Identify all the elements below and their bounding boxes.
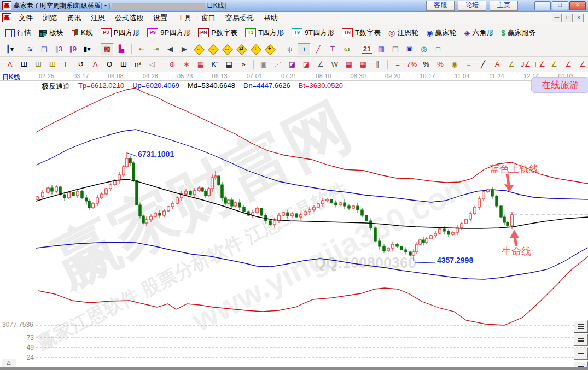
- menu-item-1[interactable]: 浏览: [38, 13, 62, 24]
- mdi-minimize-button[interactable]: —: [552, 14, 562, 22]
- theme-icon[interactable]: ▩: [101, 43, 114, 55]
- pane-layout-three-button[interactable]: [574, 320, 588, 332]
- time-circle-icon[interactable]: Θ: [103, 58, 116, 71]
- bars-3-icon[interactable]: ∥3: [52, 43, 65, 55]
- fit-all-icon[interactable]: +: [263, 43, 276, 55]
- hexagon-button[interactable]: ◈六角形: [462, 27, 496, 39]
- menu-item-5[interactable]: 设置: [148, 13, 172, 24]
- n-square-icon[interactable]: n²: [131, 58, 144, 71]
- price-scale-icon[interactable]: ≡: [391, 58, 404, 71]
- data-matrix-icon[interactable]: ▦: [375, 43, 388, 55]
- network-icon[interactable]: ◎: [417, 43, 430, 55]
- strokes-icon[interactable]: Ш: [117, 58, 130, 71]
- gold-strokes-icon[interactable]: Ш: [32, 58, 45, 71]
- gold-strokes2-icon[interactable]: Ш: [46, 58, 59, 71]
- notes-icon[interactable]: ▤: [389, 43, 402, 55]
- info-list-icon[interactable]: ▤: [38, 43, 51, 55]
- gold-lines-icon[interactable]: ≡: [462, 58, 475, 71]
- menu-item-4[interactable]: 公式选股: [110, 13, 148, 24]
- fan-box-icon[interactable]: ◪: [286, 58, 299, 71]
- gann-fan-icon[interactable]: ⋰: [271, 58, 284, 71]
- pane-layout-two-button[interactable]: [574, 334, 588, 346]
- percent-line-icon[interactable]: %: [434, 58, 447, 71]
- p9-square-button[interactable]: P99P四方形: [145, 27, 193, 39]
- quotes-button[interactable]: 行情: [3, 27, 33, 39]
- pen-flag-icon[interactable]: ╱: [476, 58, 490, 71]
- t-square-button[interactable]: T3T四方形: [243, 27, 286, 39]
- menu-item-0[interactable]: 文件: [14, 13, 38, 24]
- close-button[interactable]: ✕: [569, 1, 586, 10]
- print-icon[interactable]: □: [432, 43, 445, 55]
- menu-item-3[interactable]: 江恩: [86, 13, 110, 24]
- winner-wheel-button[interactable]: ◉赢家轮: [424, 27, 458, 39]
- red-grid2-icon[interactable]: ▦: [357, 58, 370, 71]
- fib-strokes-icon[interactable]: F: [60, 58, 73, 71]
- stretch-horizontal-icon[interactable]: ↔: [220, 43, 234, 55]
- minimize-button[interactable]: —: [534, 1, 551, 10]
- zigzag-icon[interactable]: W: [328, 58, 341, 71]
- more-tools-icon[interactable]: »: [237, 58, 250, 71]
- gold-angle2-icon[interactable]: ∠: [548, 58, 561, 71]
- flag-icon[interactable]: ◁: [145, 58, 159, 71]
- mdi-restore-button[interactable]: □: [563, 14, 573, 22]
- speed-angle-icon[interactable]: ∠: [562, 58, 575, 71]
- crosshair-circle-icon[interactable]: ⊕: [166, 58, 179, 71]
- period-selector-icon[interactable]: ┃▾: [3, 43, 16, 55]
- star-icon[interactable]: ∗: [180, 58, 193, 71]
- first-page-icon[interactable]: ⇤: [135, 43, 148, 55]
- hand-tool-icon[interactable]: ψ: [283, 43, 296, 55]
- angle-dividers-icon[interactable]: Λ: [89, 58, 102, 71]
- gann-wheel-button[interactable]: ◎江恩轮: [386, 27, 421, 39]
- a-wave-icon[interactable]: A: [491, 58, 504, 71]
- menu-item-2[interactable]: 资讯: [62, 13, 86, 24]
- pan-right-icon[interactable]: →: [206, 43, 219, 55]
- calendar-icon[interactable]: 21: [360, 43, 374, 55]
- t9-square-button[interactable]: T99T四方形: [289, 27, 336, 39]
- gold-coin-icon[interactable]: ◉: [448, 58, 461, 71]
- volume-colors-icon[interactable]: ▙: [115, 43, 128, 55]
- window-box-icon[interactable]: ▣: [257, 58, 270, 71]
- crosshair-tool-icon[interactable]: +: [298, 43, 311, 55]
- last-page-icon[interactable]: ⇥: [149, 43, 162, 55]
- mdi-close-button[interactable]: ×: [574, 14, 584, 22]
- t-number-table-button[interactable]: TNT数字表: [340, 27, 383, 39]
- pan-left-icon[interactable]: ←: [192, 43, 205, 55]
- customer-service-button[interactable]: 客服: [426, 1, 455, 11]
- fan-box-red-icon[interactable]: ◪: [300, 58, 313, 71]
- red-grid-icon[interactable]: ▦: [342, 58, 356, 71]
- ruler-icon[interactable]: ▤: [223, 58, 236, 71]
- menu-item-9[interactable]: 帮助: [259, 13, 283, 24]
- j-angle-icon[interactable]: J∠: [519, 58, 532, 71]
- winner-service-button[interactable]: $赢家服务: [499, 27, 538, 39]
- stretch-vertical-icon[interactable]: ↕: [249, 43, 262, 55]
- angle-lines-icon[interactable]: ∠: [314, 58, 327, 71]
- homepage-button[interactable]: 主页: [490, 1, 518, 11]
- sectors-button[interactable]: 板块: [37, 27, 66, 39]
- parallel-lines-icon[interactable]: ∥: [371, 58, 384, 71]
- bottom-resize-bar[interactable]: [0, 367, 588, 370]
- stock-pool-icon[interactable]: ≋: [24, 43, 37, 55]
- forum-button[interactable]: 论坛: [458, 1, 486, 11]
- p-square-button[interactable]: P3P四方形: [98, 27, 142, 39]
- bars-9-icon[interactable]: ∥9: [66, 43, 79, 55]
- kline-chart[interactable]: [0, 81, 588, 367]
- p-number-table-button[interactable]: PNP数字表: [196, 27, 240, 39]
- wave-tool-icon[interactable]: ω: [340, 43, 353, 55]
- percent7-icon[interactable]: 7%: [405, 58, 418, 71]
- restore-button[interactable]: ❐: [552, 1, 568, 10]
- grid-box-icon[interactable]: ▦: [194, 58, 207, 71]
- dividers-tool-icon[interactable]: Λ: [3, 58, 16, 71]
- pane-layout-one-button[interactable]: [574, 348, 588, 360]
- prev-page-icon[interactable]: ◀: [164, 43, 177, 55]
- f-angle-icon[interactable]: F∠: [533, 58, 546, 71]
- menu-item-8[interactable]: 交易委托: [220, 13, 259, 24]
- win-angle-icon[interactable]: ∠: [576, 58, 588, 71]
- percent-icon[interactable]: %: [420, 58, 433, 71]
- k-notation-icon[interactable]: K": [208, 58, 222, 71]
- gold-angle-icon[interactable]: ∠: [505, 58, 518, 71]
- trend-line-tool-icon[interactable]: ╱: [312, 43, 325, 55]
- menu-item-6[interactable]: 工具: [172, 13, 196, 24]
- next-page-icon[interactable]: ▶: [178, 43, 191, 55]
- shrink-horizontal-icon[interactable]: ⇄: [235, 43, 248, 55]
- save-icon[interactable]: ▣: [403, 43, 416, 55]
